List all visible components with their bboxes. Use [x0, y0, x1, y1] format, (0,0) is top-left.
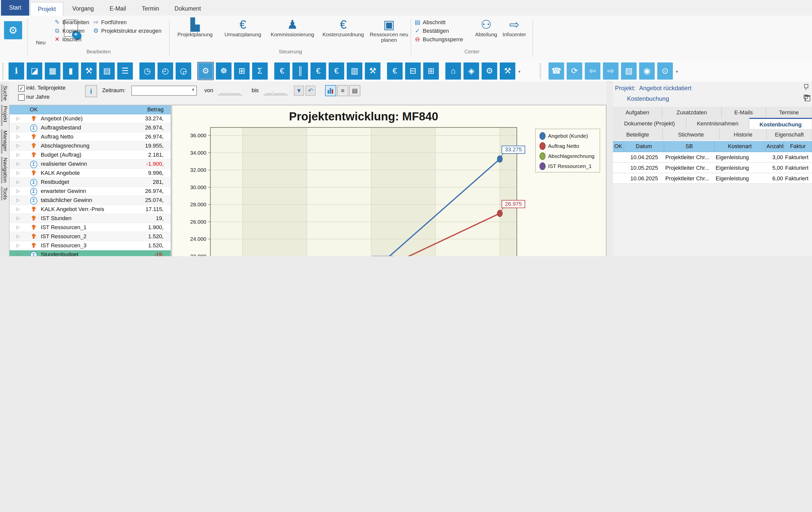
- tree-row[interactable]: ▷Σerwarteter Gewinn26.974,: [9, 187, 171, 196]
- tree-row[interactable]: ▷?IST Ressourcen_21.520,: [9, 232, 171, 241]
- project-evaluation-icon[interactable]: ☸: [216, 62, 232, 80]
- toolbar-overflow-caret[interactable]: ▾: [676, 70, 678, 74]
- tree-row[interactable]: ▷?KALK Angebot Verr.-Preis17.115,: [9, 205, 171, 214]
- phone-icon[interactable]: ☎: [549, 62, 564, 80]
- expander-icon[interactable]: ▷: [9, 178, 27, 186]
- ribbon-button-project-planning[interactable]: ▙Projektplanung: [171, 18, 219, 49]
- cost-table-row[interactable]: 10.05.2025Projektleiter Chr...Eigenleist…: [613, 163, 812, 173]
- report-icon[interactable]: ▧: [621, 62, 637, 80]
- tree-header-betrag[interactable]: Betrag: [133, 105, 171, 114]
- barcode-icon[interactable]: ║: [292, 62, 308, 80]
- ribbon-button-confirm[interactable]: ✓Bestätigen: [414, 27, 449, 35]
- tree-row[interactable]: ▷?Auftrag Netto26.974,: [9, 132, 171, 141]
- picture-icon[interactable]: ◪: [27, 62, 42, 80]
- contact-info-icon[interactable]: ℹ: [8, 62, 24, 80]
- tab-dokumente-projekt-[interactable]: Dokumente (Projekt): [613, 118, 687, 129]
- cost-table-row[interactable]: 10.06.2025Projektleiter Chr...Eigenleist…: [613, 173, 812, 184]
- cost-table-row[interactable]: 10.04.2025Projektleiter Chr...Eigenleist…: [613, 152, 812, 163]
- euro-coins-icon[interactable]: €: [311, 62, 326, 80]
- cost-col-faktur[interactable]: Faktur: [784, 141, 812, 152]
- inkl-teilprojekte-checkbox[interactable]: ✓: [18, 85, 25, 92]
- tab-historie[interactable]: Historie: [720, 129, 767, 140]
- filter-button[interactable]: ▼: [294, 86, 304, 96]
- tree-row[interactable]: ▷?Budget (Auftrag)2.181,: [9, 151, 171, 160]
- tree-row[interactable]: ▷ΣStundenbudget-19,: [9, 250, 171, 256]
- ribbon-button-revenue-planning[interactable]: €Umsatzplanung: [219, 18, 267, 49]
- person-time-icon[interactable]: ◴: [157, 62, 173, 80]
- maximize-icon[interactable]: [805, 95, 810, 101]
- tab-kostenbuchung[interactable]: Kostenbuchung: [749, 118, 812, 129]
- expander-icon[interactable]: ▷: [9, 232, 27, 241]
- expander-icon[interactable]: ▷: [9, 187, 27, 195]
- expander-icon[interactable]: ▷: [9, 151, 27, 159]
- expander-icon[interactable]: ▷: [9, 114, 27, 123]
- ribbon-tab-start[interactable]: Start: [1, 0, 29, 16]
- forward-icon[interactable]: ⇨: [603, 62, 618, 80]
- ribbon-button-copy[interactable]: ⧉Kopieren: [53, 27, 85, 35]
- nur-jahre-checkbox[interactable]: [18, 94, 25, 101]
- search-icon[interactable]: ◉: [639, 62, 655, 80]
- ribbon-button-generate-structure[interactable]: ⚙Projektstruktur erzeugen: [92, 27, 162, 35]
- ribbon-button-commissioning[interactable]: ♟Kommissionierung: [267, 18, 318, 49]
- cost-table-header[interactable]: OKDatumSBKostenartAnzahlFaktur: [613, 141, 812, 152]
- ribbon-tab-dokument[interactable]: Dokument: [168, 2, 207, 16]
- sidebar-tab-projekt[interactable]: Projekt: [0, 105, 9, 126]
- ribbon-button-replan-resources[interactable]: ▣Ressourcen neu planen: [368, 18, 410, 49]
- project-development-chart[interactable]: -2.00002.0004.0006.0008.00010.00012.0001…: [172, 105, 606, 256]
- calendar-icon[interactable]: ▦: [45, 62, 60, 80]
- document-refresh-icon[interactable]: ⟳: [567, 62, 582, 80]
- undo-filter-button[interactable]: ↶: [306, 86, 316, 96]
- sidebar-tab-suche[interactable]: Suche: [0, 85, 9, 102]
- tab-stichworte[interactable]: Stichworte: [663, 129, 720, 140]
- app-settings-button[interactable]: ⚙: [4, 21, 22, 39]
- sidebar-tab-manager[interactable]: Manager: [0, 130, 9, 154]
- tab-kenntnisnahmen[interactable]: Kenntnisnahmen: [687, 118, 749, 129]
- expander-icon[interactable]: ▷: [9, 196, 27, 205]
- ribbon-button-booking-lock[interactable]: ⊖Buchungssperre: [414, 35, 463, 43]
- list-view-button[interactable]: ≡: [337, 85, 348, 96]
- person-task-icon[interactable]: ⚒: [81, 62, 97, 80]
- expander-icon[interactable]: ▷: [9, 250, 27, 256]
- power-icon[interactable]: ⊙: [657, 62, 673, 80]
- print-view-button[interactable]: ▤: [349, 85, 360, 96]
- tree-row[interactable]: ▷?IST Ressourcen_31.520,: [9, 241, 171, 250]
- cost-col-datum[interactable]: Datum: [624, 141, 664, 152]
- bank-euro-icon[interactable]: ⌂: [445, 62, 461, 80]
- sidebar-tab-tools[interactable]: Tools: [0, 186, 9, 200]
- cost-col-anzahl[interactable]: Anzahl: [765, 141, 784, 152]
- von-date-input[interactable]: __.____: [218, 87, 242, 95]
- ribbon-button-edit[interactable]: ✎Bearbeiten: [53, 18, 89, 26]
- tree-row[interactable]: ▷?Abschlagsrechnung19.955,: [9, 141, 171, 151]
- company-icon[interactable]: ▤: [99, 62, 115, 80]
- expander-icon[interactable]: ▷: [9, 169, 27, 177]
- tab-aufgaben[interactable]: Aufgaben: [613, 107, 662, 118]
- cart-icon[interactable]: ⊟: [405, 62, 421, 80]
- new-appointment-icon[interactable]: ◷: [139, 62, 155, 80]
- cost-col-kostenart[interactable]: Kostenart: [715, 141, 765, 152]
- toolbar-overflow-caret[interactable]: ▾: [518, 70, 520, 74]
- bis-date-input[interactable]: __.____: [264, 87, 288, 95]
- lock-icon[interactable]: ◈: [464, 62, 479, 80]
- tree-header[interactable]: OK Betrag: [9, 105, 171, 114]
- tree-row[interactable]: ▷Σtatsächlicher Gewinn25.074,: [9, 196, 171, 205]
- expander-icon[interactable]: ▷: [9, 241, 27, 250]
- expander-icon[interactable]: ▷: [9, 223, 27, 232]
- expander-icon[interactable]: ▷: [9, 214, 27, 223]
- ribbon-button-section[interactable]: ▤Abschnitt: [414, 18, 446, 26]
- toolbar-drag-handle-2[interactable]: [540, 63, 542, 79]
- toolbar-drag-handle[interactable]: [2, 63, 4, 79]
- tab-termine[interactable]: Termine: [766, 107, 812, 118]
- tab-e-mails[interactable]: E-Mails: [722, 107, 766, 118]
- print-icon[interactable]: ☰: [117, 62, 133, 80]
- zeitraum-select[interactable]: ▾: [132, 86, 197, 96]
- ribbon-button-department[interactable]: ⚇Abteilung: [473, 18, 499, 49]
- pin-icon[interactable]: [804, 84, 808, 90]
- expander-icon[interactable]: ▷: [9, 141, 27, 150]
- chart-view-button[interactable]: [325, 85, 336, 96]
- expander-icon[interactable]: ▷: [9, 160, 27, 168]
- euro-forward-icon[interactable]: €: [274, 62, 290, 80]
- cost-col-sb[interactable]: SB: [664, 141, 715, 152]
- time-evaluation-icon[interactable]: ◶: [176, 62, 191, 80]
- tree-header-ok[interactable]: OK: [27, 105, 41, 114]
- tab-beteiligte[interactable]: Beteiligte: [613, 129, 663, 140]
